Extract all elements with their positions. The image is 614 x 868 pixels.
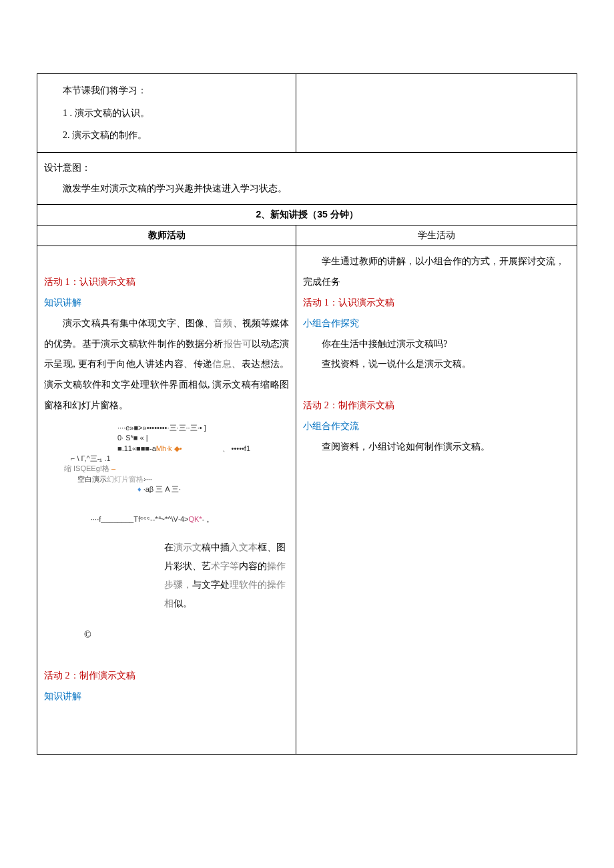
- student-group-explore: 小组合作探究: [303, 314, 570, 334]
- para1-info: 信息: [212, 359, 232, 369]
- student-col-header: 学生活动: [296, 226, 577, 246]
- teacher-col-header: 教师活动: [37, 226, 296, 246]
- student-q3: 查阅资料，小组讨论如何制作演示文稿。: [303, 437, 570, 458]
- note-g: 内容的: [239, 561, 267, 571]
- diagram-row-1: ····e»■>»••••••••·三·三··三·• ]: [57, 423, 289, 433]
- diagram-r3b: Mh·k ◆•: [156, 444, 182, 452]
- teacher-activity-1-title: 活动 1：认识演示文稿: [44, 272, 289, 293]
- note-k: 似。: [174, 598, 192, 608]
- student-activity-2-title: 活动 2：制作演示文稿: [303, 396, 570, 416]
- diagram-row-3: ■.11«■■■-aMh·k ◆•、 •••••f1: [57, 444, 289, 454]
- diagram-r7a: ····f________Tfᵉᵉᵉ--*⁴~*^\V·4>: [91, 515, 188, 523]
- diagram-note: 在演示文稿中插入文本框、图片彩状、艺术字等内容的操作步骤，与文字处理软件的操作相…: [44, 538, 289, 613]
- diagram-r3c: 、 •••••f1: [182, 444, 251, 452]
- diagram-r6a: 空白演示: [77, 475, 107, 483]
- student-intro: 学生通过教师的讲解，以小组合作的方式，开展探讨交流，完成任务: [303, 252, 570, 293]
- teacher-knowledge-label-2: 知识讲解: [44, 687, 289, 707]
- diagram-row-6: 空白演示幻灯片窗格›··· ♦ ·aβ 三 A 三·: [57, 474, 289, 495]
- note-i: 与文字处: [192, 580, 230, 590]
- design-intent-cell: 设计意图： 激发学生对演示文稿的学习兴趣并快速进入学习状态。: [37, 152, 577, 205]
- student-activity-cell: 学生通过教师的讲解，以小组合作的方式，开展探讨交流，完成任务 活动 1：认识演示…: [296, 246, 577, 754]
- diagram-row-2: 0· S*■ « |: [57, 433, 289, 443]
- teacher-activity-2-title: 活动 2：制作演示文稿: [44, 666, 289, 687]
- diagram-r6e: ·aβ 三 A 三·: [143, 485, 181, 493]
- note-a: 在: [164, 542, 174, 552]
- diagram-r6c: ›···: [143, 475, 152, 483]
- student-q2: 查找资料，说一说什么是演示文稿。: [303, 354, 570, 375]
- diagram-r5a: 缩 ISQEEg!格: [64, 464, 109, 472]
- para1-report: 报告可: [224, 339, 252, 349]
- student-group-exchange: 小组合作交流: [303, 416, 570, 437]
- diagram-r6b: 幻灯片窗格: [107, 475, 143, 483]
- teacher-activity-cell: 活动 1：认识演示文稿 知识讲解 演示文稿具有集中体现文字、图像、音频、视频等媒…: [37, 246, 296, 754]
- design-intent-label: 设计意图：: [44, 158, 570, 179]
- teacher-knowledge-label: 知识讲解: [44, 293, 289, 314]
- diagram-row-4: ⌐ \ Γ,^三-₁ .1: [57, 454, 289, 464]
- diagram-r7c: - 。: [202, 515, 214, 523]
- diagram-r5b: –: [109, 464, 115, 472]
- diagram-r3a: ■.11«■■■-a: [117, 444, 156, 452]
- section-2-header: 2、新知讲授（35 分钟）: [37, 205, 577, 226]
- para1-a: 演示文稿具有集中体现文字、图像、: [63, 318, 214, 328]
- lesson-table: 本节课我们将学习： 1 . 演示文稿的认识。 2. 演示文稿的制作。 设计意图：…: [37, 73, 577, 755]
- diagram-row-7: ····f________Tfᵉᵉᵉ--*⁴~*^\V·4>QK*- 。: [57, 514, 289, 524]
- note-f: 术字等: [211, 561, 239, 571]
- intro-right-cell: [296, 74, 577, 153]
- intro-left-cell: 本节课我们将学习： 1 . 演示文稿的认识。 2. 演示文稿的制作。: [37, 74, 296, 153]
- copyright-icon: ©: [44, 620, 289, 646]
- note-d: 入文本: [230, 542, 258, 552]
- student-activity-1-title: 活动 1：认识演示文稿: [303, 293, 570, 314]
- intro-line-1: 本节课我们将学习：: [44, 79, 289, 102]
- student-q1: 你在生活中接触过演示文稿吗?: [303, 334, 570, 355]
- diagram-r6d: ♦: [137, 485, 141, 493]
- teacher-paragraph-1: 演示文稿具有集中体现文字、图像、音频、视频等媒体的优势。基于演示文稿软件制作的数…: [44, 314, 289, 416]
- note-c: 稿中插: [202, 542, 230, 552]
- para1-audio: 音频: [214, 318, 232, 328]
- diagram-row-5: 缩 ISQEEg!格 –: [57, 464, 289, 474]
- ppt-diagram: ····e»■>»••••••••·三·三··三·• ] 0· S*■ « | …: [44, 423, 289, 525]
- diagram-r7b: QK*: [188, 515, 202, 523]
- design-intent-text: 激发学生对演示文稿的学习兴趣并快速进入学习状态。: [44, 179, 570, 199]
- intro-line-2: 1 . 演示文稿的认识。: [44, 102, 289, 125]
- intro-line-3: 2. 演示文稿的制作。: [44, 124, 289, 147]
- note-b: 演示文: [174, 542, 202, 552]
